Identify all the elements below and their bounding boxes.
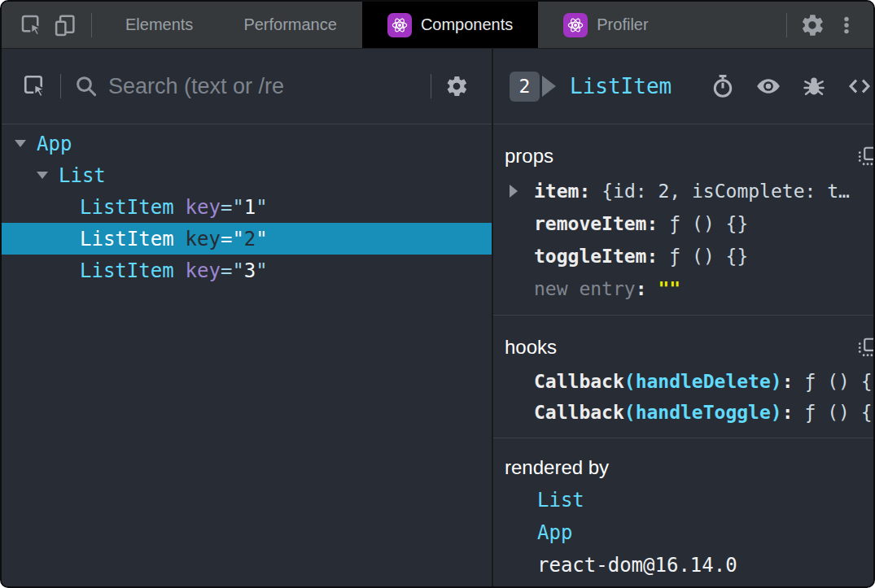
chrome-toolbar-left [2,2,100,48]
caret-down-icon[interactable] [37,172,59,179]
search-input[interactable] [108,74,422,99]
component-name: App [37,133,72,155]
props-section: props item:{id: 2, isComplete: t… [493,124,875,316]
tab-components-label: Components [421,15,513,34]
renderer-version: react-dom@16.14.0 [537,554,737,577]
device-toolbar-icon[interactable] [49,8,83,42]
props-title: props [505,145,553,168]
hooks-title: hooks [505,336,557,359]
prop-row-item[interactable]: item:{id: 2, isComplete: t… [503,175,875,207]
component-name: List [59,164,106,187]
hook-row-handledelete[interactable]: Callback(handleDelete):ƒ () {} [503,366,875,397]
tab-profiler-label: Profiler [597,15,648,34]
stopwatch-icon[interactable] [706,69,740,103]
key-badge: 2 [510,72,540,102]
rendered-by-item: react-dom@16.14.0 [503,549,875,581]
bug-icon[interactable] [797,69,831,103]
prop-row-new-entry[interactable]: new entry:"" [503,272,875,305]
rendered-by-title: rendered by [505,456,609,479]
hook-row-handletoggle[interactable]: Callback(handleToggle):ƒ () {} [503,397,875,428]
toolbar-divider [786,13,787,37]
owner-link-app[interactable]: App [537,521,572,544]
code-brackets-icon[interactable] [842,69,875,103]
rendered-by-header: rendered by [503,451,875,484]
toolbar-divider [60,74,61,98]
tree-row-listitem-1[interactable]: ListItemkey="1" [2,191,492,223]
component-name: ListItem [80,196,174,219]
hooks-section: hooks Callback(handleDelete):ƒ () {} [493,316,875,438]
key-attribute: key="3" [186,259,268,282]
rendered-by-section: rendered by List App react-dom@16.14.0 [493,438,875,588]
tab-performance-label: Performance [243,15,337,34]
details-toolbar-icons [706,69,875,103]
props-header: props [503,137,875,175]
gear-icon[interactable] [440,69,474,103]
tab-elements[interactable]: Elements [100,2,218,48]
component-name: ListItem [80,259,174,282]
chrome-toolbar-right [778,2,873,48]
tree-row-listitem-2-selected[interactable]: ListItemkey="2" [2,223,492,255]
devtools-window: Elements Performance Components [0,0,875,588]
rendered-by-item: List [503,484,875,516]
caret-down-icon[interactable] [15,140,37,147]
details-panel: 2 ListItem [493,49,875,586]
copy-icon[interactable] [857,146,875,167]
tab-elements-label: Elements [125,15,193,34]
details-toolbar: 2 ListItem [493,49,875,124]
chrome-toolbar: Elements Performance Components [2,2,873,49]
component-tree: App List ListItemkey="1" ListItemkey="2"… [2,124,492,286]
copy-icon[interactable] [857,337,875,358]
tab-components[interactable]: Components [362,2,538,48]
prop-row-toggleitem[interactable]: toggleItem:ƒ () {} [503,240,875,272]
react-logo-icon [387,13,412,37]
tree-row-listitem-3[interactable]: ListItemkey="3" [2,255,492,286]
owner-link-list[interactable]: List [537,489,584,512]
rendered-by-item: App [503,516,875,549]
inspect-element-icon[interactable] [18,69,52,103]
eye-icon[interactable] [751,69,785,103]
tab-profiler[interactable]: Profiler [538,2,673,48]
inspect-element-icon[interactable] [15,8,49,42]
tree-toolbar [2,49,492,124]
react-logo-icon [563,13,588,37]
expand-arrow-icon[interactable] [510,185,534,198]
kebab-menu-icon[interactable] [829,8,864,42]
key-attribute: key="1" [186,196,268,219]
tree-row-list[interactable]: List [2,159,492,191]
key-attribute: key="2" [186,228,268,250]
tab-performance[interactable]: Performance [218,2,362,48]
hooks-header: hooks [503,329,875,366]
toolbar-divider [91,13,92,37]
toolbar-divider [431,74,431,98]
prop-row-removeitem[interactable]: removeItem:ƒ () {} [503,207,875,240]
gear-icon[interactable] [795,8,829,42]
component-name: ListItem [80,228,174,250]
tree-panel: App List ListItemkey="1" ListItemkey="2"… [2,49,493,586]
chrome-tabs: Elements Performance Components [100,2,674,48]
badge-arrow-icon [542,76,556,97]
components-panel: App List ListItemkey="1" ListItemkey="2"… [2,49,873,586]
selected-component-title: ListItem [570,74,672,98]
search-icon [69,69,103,103]
tree-row-app[interactable]: App [2,128,492,159]
